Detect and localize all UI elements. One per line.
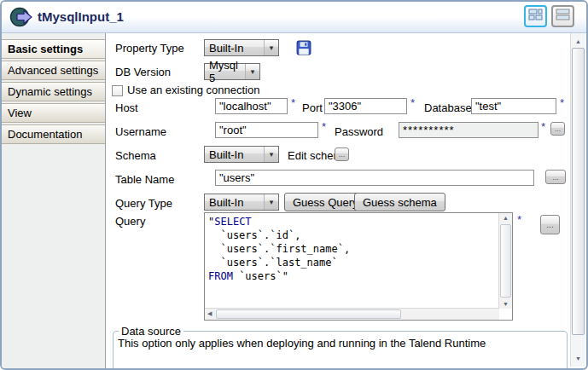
edit-schema-button[interactable]: ... [335, 147, 349, 161]
query-label: Query [115, 215, 145, 228]
query-editor[interactable]: "SELECT `users`.`id`, `users`.`first_nam… [204, 212, 513, 321]
query-type-dropdown[interactable]: Built-In ▾ [204, 194, 279, 211]
query-type-value: Built-In [205, 194, 264, 210]
tab-view[interactable]: View [2, 103, 105, 123]
scrollbar-thumb[interactable] [500, 224, 511, 298]
port-input[interactable]: "3306" [324, 98, 407, 114]
use-existing-connection-checkbox[interactable] [112, 85, 123, 96]
schema-value: Built-In [205, 147, 264, 162]
use-existing-connection-label: Use an existing connection [127, 84, 259, 96]
property-type-label: Property Type [115, 42, 184, 55]
property-type-value: Built-In [205, 40, 264, 55]
chevron-down-icon: ▾ [264, 147, 278, 162]
db-version-dropdown[interactable]: Mysql 5 ▾ [204, 63, 260, 80]
query-horizontal-scrollbar[interactable]: ◀ [205, 308, 499, 320]
scrollbar-thumb[interactable] [572, 48, 585, 335]
data-source-legend: Data source [119, 325, 183, 338]
required-marker: * [541, 120, 545, 133]
chevron-down-icon: ▾ [264, 194, 278, 210]
stacked-layout-icon [556, 9, 570, 24]
tab-basic-settings[interactable]: Basic settings [2, 39, 105, 59]
component-settings-window: tMysqlInput_1 [0, 0, 588, 370]
password-ellipsis-button[interactable]: ... [550, 122, 565, 136]
username-label: Username [115, 125, 166, 138]
scrollbar-thumb[interactable] [216, 309, 401, 319]
query-vertical-scrollbar[interactable]: ▲ ▼ [498, 213, 512, 309]
query-type-label: Query Type [115, 197, 172, 210]
chevron-down-icon: ▾ [264, 40, 278, 55]
layout-toggle-group [524, 5, 574, 27]
db-version-label: DB Version [115, 66, 171, 78]
required-marker: * [291, 96, 295, 109]
username-input[interactable]: "root" [215, 122, 318, 138]
component-title: tMysqlInput_1 [38, 9, 124, 24]
mysql-input-component-icon [9, 6, 35, 28]
grid-layout-icon [528, 9, 543, 24]
scroll-down-icon[interactable]: ▼ [571, 353, 585, 364]
data-source-text: This option only applies when deploying … [114, 337, 567, 350]
scroll-left-icon[interactable]: ◀ [207, 310, 212, 317]
required-marker: * [410, 96, 415, 109]
settings-sidebar: Basic settings Advanced settings Dynamic… [2, 33, 106, 368]
password-label: Password [335, 125, 383, 138]
host-input[interactable]: "localhost" [215, 98, 288, 114]
scroll-up-icon[interactable]: ▲ [571, 36, 585, 47]
table-name-ellipsis-button[interactable]: ... [545, 170, 566, 184]
header: tMysqlInput_1 [2, 2, 586, 33]
property-type-dropdown[interactable]: Built-In ▾ [204, 39, 279, 56]
tab-advanced-settings[interactable]: Advanced settings [2, 61, 105, 80]
required-marker: * [517, 213, 521, 226]
scroll-up-icon[interactable]: ▲ [499, 215, 512, 221]
required-marker: * [560, 96, 564, 109]
host-label: Host [115, 101, 138, 114]
data-source-group: Data source This option only applies whe… [113, 325, 568, 370]
schema-label: Schema [115, 149, 156, 162]
chevron-down-icon: ▾ [245, 64, 259, 79]
save-properties-button[interactable] [296, 40, 311, 58]
save-icon [296, 40, 311, 55]
scroll-down-icon[interactable]: ▼ [499, 301, 512, 307]
password-input[interactable]: ********** [399, 122, 539, 138]
query-ellipsis-button[interactable]: ... [540, 215, 560, 234]
table-name-input[interactable]: "users" [215, 170, 534, 186]
grid-layout-button[interactable] [524, 5, 547, 27]
tab-dynamic-settings[interactable]: Dynamic settings [2, 82, 105, 101]
query-sql[interactable]: "SELECT `users`.`id`, `users`.`first_nam… [207, 214, 498, 308]
database-label: Database [424, 101, 472, 114]
table-name-label: Table Name [115, 173, 174, 186]
database-input[interactable]: "test" [471, 98, 556, 114]
schema-dropdown[interactable]: Built-In ▾ [204, 146, 279, 163]
db-version-value: Mysql 5 [205, 64, 245, 79]
main-vertical-scrollbar[interactable]: ▲ ▼ [570, 33, 585, 367]
guess-schema-button[interactable]: Guess schema [354, 193, 445, 211]
port-label: Port [302, 101, 323, 114]
required-marker: * [322, 120, 326, 133]
tab-documentation[interactable]: Documentation [2, 124, 105, 144]
stacked-layout-button[interactable] [551, 5, 574, 27]
